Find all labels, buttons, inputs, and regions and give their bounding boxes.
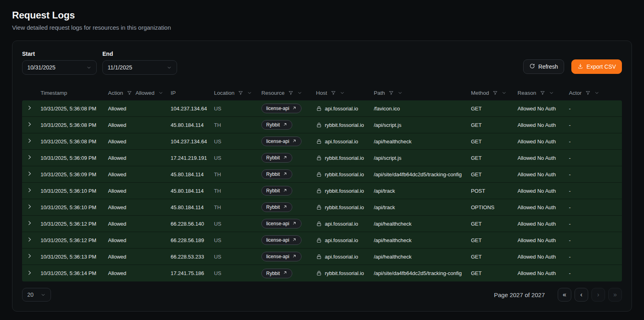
method-cell: OPTIONS — [471, 204, 518, 210]
ip-cell: 104.237.134.64 — [171, 106, 214, 112]
expand-row-button[interactable] — [25, 169, 34, 179]
chevron-down-icon — [86, 65, 92, 70]
filter-icon[interactable] — [389, 90, 394, 96]
col-header-method: Method — [471, 90, 518, 96]
chevron-down-icon[interactable] — [549, 90, 554, 96]
expand-cell — [22, 120, 41, 130]
resource-badge[interactable]: Rybbit — [261, 169, 292, 179]
expand-row-button[interactable] — [25, 251, 34, 262]
host-cell-wrap: api.fossorial.io — [316, 237, 374, 243]
table-row[interactable]: 10/31/2025, 5:36:08 PM Allowed 104.237.1… — [22, 133, 622, 150]
resource-cell: Rybbit — [261, 202, 316, 212]
resource-cell: Rybbit — [261, 153, 316, 163]
chevron-down-icon[interactable] — [501, 90, 507, 96]
method-cell: GET — [471, 155, 518, 161]
page-size-select[interactable]: 20 — [22, 288, 51, 302]
table-row[interactable]: 10/31/2025, 5:36:12 PM Allowed 66.228.56… — [22, 216, 622, 232]
chevron-down-icon[interactable] — [397, 90, 403, 96]
chevron-down-icon[interactable] — [297, 90, 302, 96]
host-cell-wrap: api.fossorial.io — [316, 221, 374, 227]
ip-cell: 45.80.184.114 — [171, 188, 214, 194]
filter-icon[interactable] — [585, 90, 591, 96]
chevron-right-icon — [26, 253, 33, 260]
resource-badge[interactable]: Rybbit — [261, 269, 292, 278]
expand-row-button[interactable] — [25, 268, 34, 279]
refresh-button[interactable]: Refresh — [523, 59, 564, 74]
resource-badge[interactable]: Rybbit — [261, 202, 292, 212]
table-row[interactable]: 10/31/2025, 5:36:09 PM Allowed 17.241.21… — [22, 150, 622, 166]
resource-badge[interactable]: license-api — [261, 252, 302, 261]
resource-badge[interactable]: license-api — [261, 235, 302, 245]
path-cell: /api/track — [374, 204, 471, 210]
filter-icon[interactable] — [493, 90, 498, 96]
table-row[interactable]: 10/31/2025, 5:36:13 PM Allowed 66.228.53… — [22, 249, 622, 265]
expand-row-button[interactable] — [25, 136, 34, 147]
filter-icon[interactable] — [540, 90, 545, 96]
reason-cell: Allowed No Auth — [518, 204, 569, 210]
prev-page-button[interactable]: ‹ — [575, 288, 588, 302]
chevron-down-icon[interactable] — [158, 90, 163, 96]
host-cell-wrap: rybbit.fossorial.io — [316, 155, 374, 161]
next-page-button[interactable]: › — [591, 288, 605, 302]
external-link-icon — [283, 171, 287, 177]
page-title: Request Logs — [12, 10, 632, 21]
resource-badge[interactable]: Rybbit — [261, 120, 292, 130]
timestamp-cell: 10/31/2025, 5:36:13 PM — [41, 254, 108, 260]
expand-cell — [22, 103, 41, 114]
resource-badge[interactable]: license-api — [261, 137, 302, 146]
table-row[interactable]: 10/31/2025, 5:36:14 PM Allowed 17.241.75… — [22, 265, 622, 281]
method-cell: GET — [471, 237, 518, 243]
external-link-icon — [283, 270, 287, 276]
chevron-down-icon[interactable] — [340, 90, 345, 96]
table-row[interactable]: 10/31/2025, 5:36:10 PM Allowed 45.80.184… — [22, 183, 622, 199]
resource-badge[interactable]: license-api — [261, 219, 302, 228]
location-cell: US — [214, 221, 261, 227]
resource-badge[interactable]: Rybbit — [261, 153, 292, 163]
resource-name: Rybbit — [266, 204, 280, 210]
external-link-icon — [292, 221, 297, 227]
ip-header-label: IP — [171, 90, 176, 96]
expand-cell — [22, 185, 41, 196]
host-cell-wrap: rybbit.fossorial.io — [316, 122, 374, 128]
host-cell-wrap: rybbit.fossorial.io — [316, 270, 374, 276]
expand-row-button[interactable] — [25, 185, 34, 196]
export-csv-button[interactable]: Export CSV — [571, 59, 622, 74]
lock-icon — [316, 106, 322, 112]
lock-icon — [316, 155, 322, 161]
last-page-button[interactable]: » — [608, 288, 622, 302]
table-row[interactable]: 10/31/2025, 5:36:12 PM Allowed 66.228.56… — [22, 232, 622, 249]
filter-icon[interactable] — [127, 90, 132, 96]
ip-cell: 104.237.134.64 — [171, 139, 214, 145]
chevron-down-icon[interactable] — [594, 90, 599, 96]
actor-cell: - — [569, 221, 622, 227]
external-link-icon — [283, 204, 287, 210]
filter-icon[interactable] — [238, 90, 243, 96]
expand-row-button[interactable] — [25, 235, 34, 245]
table-row[interactable]: 10/31/2025, 5:36:10 PM Allowed 45.80.184… — [22, 199, 622, 216]
resource-badge[interactable]: Rybbit — [261, 186, 292, 196]
method-cell: GET — [471, 106, 518, 112]
first-page-button[interactable]: « — [558, 288, 571, 302]
expand-row-button[interactable] — [25, 202, 34, 212]
download-icon — [577, 63, 583, 70]
actor-cell: - — [569, 106, 622, 112]
expand-row-button[interactable] — [25, 120, 34, 130]
resource-badge[interactable]: license-api — [261, 104, 302, 113]
filter-icon[interactable] — [331, 90, 336, 96]
timestamp-cell: 10/31/2025, 5:36:08 PM — [41, 139, 108, 145]
chevron-down-icon[interactable] — [247, 90, 252, 96]
start-date-select[interactable]: 10/31/2025 — [22, 60, 97, 75]
expand-row-button[interactable] — [25, 153, 34, 163]
table-row[interactable]: 10/31/2025, 5:36:08 PM Allowed 104.237.1… — [22, 100, 622, 117]
request-logs-table: Timestamp Action Allowed IP Location — [22, 85, 622, 281]
resource-cell: Rybbit — [261, 269, 316, 278]
reason-cell: Allowed No Auth — [518, 254, 569, 260]
table-row[interactable]: 10/31/2025, 5:36:09 PM Allowed 45.80.184… — [22, 166, 622, 183]
filter-icon[interactable] — [288, 90, 293, 96]
end-date-select[interactable]: 11/1/2025 — [102, 60, 177, 75]
host-cell: api.fossorial.io — [325, 139, 358, 145]
expand-row-button[interactable] — [25, 103, 34, 114]
expand-row-button[interactable] — [25, 218, 34, 229]
table-row[interactable]: 10/31/2025, 5:36:08 PM Allowed 45.80.184… — [22, 117, 622, 133]
action-filter-value[interactable]: Allowed — [136, 90, 155, 96]
